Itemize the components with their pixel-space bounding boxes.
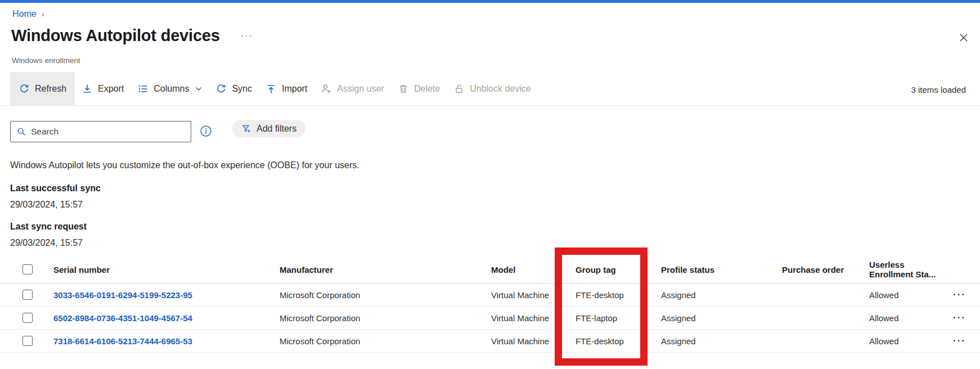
sync-label: Sync [232,84,252,94]
items-loaded-status: 3 items loaded [911,85,966,94]
table-row: 3033-6546-0191-6294-5199-5223-95 Microso… [0,284,980,307]
profile-status-cell: Assigned [661,313,782,323]
page-title: Windows Autopilot devices [11,26,220,45]
serial-number-link[interactable]: 6502-8984-0736-4351-1049-4567-54 [53,313,280,323]
search-icon [16,127,26,137]
assign-user-button[interactable]: Assign user [314,72,391,105]
breadcrumb-separator-icon: › [42,10,44,19]
last-sync-request-value: 29/03/2024, 15:57 [10,238,83,248]
add-filters-label: Add filters [257,124,296,134]
column-header-purchase-order[interactable]: Purchase order [782,265,869,274]
unblock-device-button[interactable]: Unblock device [447,72,538,105]
last-successful-sync-value: 29/03/2024, 15:57 [10,200,83,210]
row-menu-icon[interactable]: ··· [951,335,980,346]
export-label: Export [98,84,124,94]
export-button[interactable]: Export [75,72,131,105]
portal-top-accent-bar [0,0,980,3]
search-box [10,121,191,142]
page-subtitle: Windows enrollment [12,56,80,65]
sync-button[interactable]: Sync [209,72,259,105]
serial-number-link[interactable]: 7318-6614-6106-5213-7444-6965-53 [53,336,280,346]
manufacturer-cell: Microsoft Corporation [280,313,491,323]
devices-table: Serial number Manufacturer Model Group t… [0,256,980,353]
search-input[interactable] [31,127,185,137]
windows-autopilot-devices-page: Home › Windows Autopilot devices ··· Win… [0,0,980,369]
profile-status-cell: Assigned [661,336,782,346]
assign-user-label: Assign user [337,84,384,94]
table-row: 6502-8984-0736-4351-1049-4567-54 Microso… [0,307,980,330]
unlock-icon [453,83,465,94]
row-checkbox[interactable] [23,336,33,346]
columns-label: Columns [154,84,189,94]
model-cell: Virtual Machine [491,336,576,346]
row-menu-icon[interactable]: ··· [951,312,980,323]
column-header-serial-number[interactable]: Serial number [53,265,280,274]
row-menu-icon[interactable]: ··· [951,289,980,300]
column-header-profile-status[interactable]: Profile status [661,265,782,274]
delete-button[interactable]: Delete [391,72,447,105]
manufacturer-cell: Microsoft Corporation [280,336,491,346]
column-header-model[interactable]: Model [491,265,576,274]
manufacturer-cell: Microsoft Corporation [280,290,491,300]
column-header-userless-enrollment[interactable]: Userless Enrollment Sta... [869,260,951,279]
unblock-device-label: Unblock device [470,84,531,94]
import-button[interactable]: Import [259,72,314,105]
import-label: Import [282,84,307,94]
export-icon [82,83,93,94]
column-header-manufacturer[interactable]: Manufacturer [280,265,491,274]
userless-enrollment-cell: Allowed [869,290,951,300]
refresh-icon [19,83,30,94]
breadcrumb-home-link[interactable]: Home [12,9,37,19]
group-tag-cell: FTE-desktop [576,290,661,300]
refresh-button[interactable]: Refresh [10,72,75,105]
close-icon[interactable] [956,31,971,46]
filter-icon [241,124,251,134]
select-all-checkbox[interactable] [23,264,33,274]
last-sync-request-label: Last sync request [10,222,87,232]
columns-icon [137,83,149,94]
userless-enrollment-cell: Allowed [869,313,951,323]
row-checkbox[interactable] [23,290,33,300]
import-icon [266,83,277,94]
profile-status-cell: Assigned [661,290,782,300]
refresh-label: Refresh [35,84,66,94]
info-icon[interactable] [200,125,212,137]
group-tag-cell: FTE-laptop [576,313,661,323]
add-filters-button[interactable]: Add filters [232,120,305,137]
columns-button[interactable]: Columns [131,72,209,105]
model-cell: Virtual Machine [491,290,576,300]
delete-icon [398,83,409,94]
delete-label: Delete [414,84,440,94]
model-cell: Virtual Machine [491,313,576,323]
toolbar-divider [0,105,980,106]
serial-number-link[interactable]: 3033-6546-0191-6294-5199-5223-95 [53,290,280,300]
chevron-down-icon [195,86,202,92]
table-row: 7318-6614-6106-5213-7444-6965-53 Microso… [0,330,980,353]
last-successful-sync-label: Last successful sync [10,183,101,194]
page-description: Windows Autopilot lets you customize the… [10,160,359,170]
userless-enrollment-cell: Allowed [869,336,951,346]
group-tag-cell: FTE-desktop [576,336,661,346]
more-options-icon[interactable]: ··· [241,31,253,41]
sync-icon [215,83,227,94]
assign-user-icon [321,83,332,94]
row-checkbox[interactable] [23,313,33,323]
breadcrumb: Home › [12,9,44,19]
column-header-group-tag[interactable]: Group tag [576,265,661,274]
table-header-row: Serial number Manufacturer Model Group t… [0,256,980,284]
command-bar: Refresh Export Columns Sync [10,72,970,105]
